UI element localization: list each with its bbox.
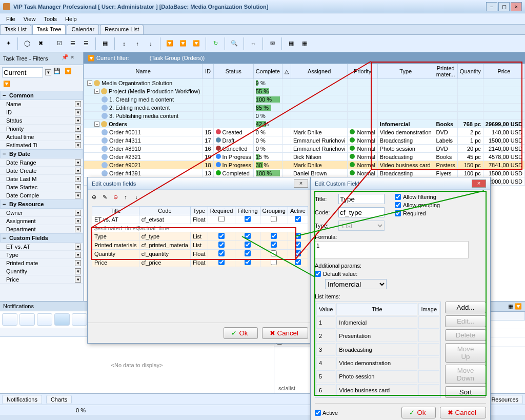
list-item-row[interactable]: 6Video business card (316, 384, 439, 396)
cf-row[interactable]: $estimated_time/$actual_time (92, 224, 308, 232)
filter-item[interactable]: Price▾ (0, 275, 83, 284)
tool-zoom-icon[interactable]: 🔍 (228, 37, 240, 50)
menu-help[interactable]: Help (61, 14, 81, 24)
tool-list1-icon[interactable]: ☰ (67, 37, 79, 50)
grid-header[interactable]: Name (84, 64, 203, 79)
default-value-checkbox[interactable] (315, 271, 321, 277)
tool-filter1-icon[interactable]: 🔽 (164, 37, 176, 50)
task-row[interactable]: Order #001115Created0 %Mark DnikeNormalV… (84, 128, 525, 136)
notif-view1[interactable] (2, 313, 17, 326)
task-row[interactable]: Order #902118In Progress30 %Mark DnikeNo… (84, 161, 525, 169)
btab-charts[interactable]: Charts (46, 395, 72, 404)
grid-header[interactable]: △ (282, 64, 291, 79)
li-moveup-button[interactable]: Move Up (445, 343, 486, 363)
tool-list2-icon[interactable]: ☰ (80, 37, 92, 50)
field-title-input[interactable] (338, 194, 385, 204)
tab-task-tree[interactable]: Task Tree (32, 25, 66, 34)
filter-item[interactable]: ID▾ (0, 108, 83, 116)
filter-item[interactable]: Type▾ (0, 251, 83, 259)
list-item-row[interactable]: 4Video demonstration (316, 357, 439, 369)
default-value-select[interactable]: Infomercial (325, 279, 387, 289)
ecf-down-icon[interactable]: ↓ (135, 194, 144, 203)
ecf-close-icon[interactable]: × (294, 179, 308, 188)
list-item-row[interactable]: 2Presentation (316, 330, 439, 342)
filter-item[interactable]: Date Create▾ (0, 167, 83, 175)
notif-view5[interactable] (72, 313, 87, 326)
filter-item[interactable]: Estimated Ti▾ (0, 141, 83, 149)
btab-notifications[interactable]: Notifications (2, 395, 42, 404)
filter-apply-icon[interactable]: 🔽 (3, 81, 12, 90)
filter-item[interactable]: Date Range▾ (0, 158, 83, 167)
menu-view[interactable]: View (19, 14, 40, 24)
filter-item[interactable]: Owner▾ (0, 209, 83, 217)
filter-item[interactable]: Quantity▾ (0, 267, 83, 275)
task-row[interactable]: Order #232119In Progress15 %Dick NilsonN… (84, 153, 525, 161)
task-row[interactable]: −Orders42 %InfomercialBooks768 pc29699,0… (84, 120, 525, 128)
filter-dropdown-icon[interactable]: ▾ (45, 69, 51, 75)
tool-send-icon[interactable]: ✉ (266, 37, 278, 50)
li-add-button[interactable]: Add... (445, 302, 486, 313)
ecf2-cancel-button[interactable]: ✖Cancel (440, 407, 487, 418)
active-checkbox[interactable] (315, 410, 321, 416)
formula-textarea[interactable]: 1 (315, 241, 469, 258)
list-items-table[interactable]: ValueTitleImage1Infomercial2Presentation… (315, 302, 441, 398)
filter-item[interactable]: Status▾ (0, 116, 83, 125)
allow-grouping-checkbox[interactable] (395, 202, 401, 208)
filter-item[interactable]: Actual time▾ (0, 133, 83, 141)
ecf-edit-icon[interactable]: ✎ (103, 194, 112, 203)
ecf2-ok-button[interactable]: ✓Ok (401, 407, 435, 418)
grid-header[interactable]: Priority (348, 64, 377, 79)
grid-header[interactable]: Price (483, 64, 524, 79)
tool-new-icon[interactable]: ✦ (2, 37, 14, 50)
grid-header[interactable]: Complete (253, 64, 282, 79)
field-type-select[interactable]: List (338, 221, 385, 231)
notif-view3[interactable] (37, 313, 52, 326)
task-row[interactable]: 3. Publishing media content0 % (84, 112, 525, 120)
li-edit-button[interactable]: Edit... (445, 315, 486, 327)
task-row[interactable]: −Project (Media Production Workflow)55 % (84, 87, 525, 95)
menu-file[interactable]: File (2, 14, 19, 24)
tool-export-icon[interactable]: ▦ (298, 37, 311, 50)
li-movedown-button[interactable]: Move Down (445, 365, 486, 384)
btab-resources[interactable]: Resources (487, 395, 523, 404)
list-item-row[interactable]: 1Infomercial (316, 316, 439, 329)
li-sort-button[interactable]: Sort (445, 386, 486, 398)
cf-row[interactable]: Pricecf_priceFloat (92, 258, 308, 267)
menu-tools[interactable]: Tools (39, 14, 61, 24)
filter-item[interactable]: Date Last M▾ (0, 175, 83, 183)
tool-refresh-icon[interactable]: ↻ (209, 37, 221, 50)
tool-up-icon[interactable]: ↑ (131, 37, 144, 50)
notif-view4[interactable] (54, 313, 70, 326)
panel-close-icon[interactable]: × (71, 54, 80, 63)
cf-row[interactable]: ET vs. ATcf_etvsatFloat (92, 215, 308, 224)
task-row[interactable]: 2. Editing media content65 % (84, 104, 525, 112)
task-row[interactable]: Order #891016Cancelled0 %Emmanuel Rurich… (84, 145, 525, 153)
allow-filtering-checkbox[interactable] (395, 194, 401, 200)
cf-row[interactable]: Quantitycf_quantityFloat (92, 250, 308, 258)
li-delete-button[interactable]: Delete (445, 329, 486, 341)
filter-item[interactable]: Printed mate▾ (0, 259, 83, 267)
grid-header[interactable]: Quantity (457, 64, 483, 79)
task-row[interactable]: Order #439113Completed100 %Daniel BrownN… (84, 169, 525, 177)
ecf-add-icon[interactable]: ⊕ (92, 194, 101, 203)
ecf2-close-icon[interactable]: × (472, 179, 486, 188)
filter-item[interactable]: Department▾ (0, 225, 83, 233)
grid-header[interactable]: Type (377, 64, 434, 79)
ecf-del-icon[interactable]: ⊖ (113, 194, 123, 203)
tab-resource-list[interactable]: Resource List (100, 25, 144, 34)
tool-expand-icon[interactable]: ↔ (247, 37, 259, 50)
tool-delete-icon[interactable]: ✖ (34, 37, 47, 50)
tab-task-list[interactable]: Task List (0, 25, 31, 34)
cf-row[interactable]: Printed materialscf_printed_materiaList (92, 241, 308, 250)
section-common[interactable]: − Common (0, 91, 83, 100)
ecf-up-icon[interactable]: ↑ (124, 194, 133, 203)
tab-calendar[interactable]: Calendar (67, 25, 99, 34)
list-item-row[interactable]: 5Photo session (316, 370, 439, 383)
minimize-button[interactable]: − (486, 2, 497, 11)
tool-updown-icon[interactable]: ↕ (118, 37, 130, 50)
tool-print-icon[interactable]: ▦ (285, 37, 297, 50)
filter-item[interactable]: ET vs. AT▾ (0, 243, 83, 251)
tool-node-icon[interactable]: ◯ (21, 37, 33, 50)
filter-item[interactable]: Name▾ (0, 100, 83, 108)
field-code-input[interactable] (338, 207, 385, 217)
